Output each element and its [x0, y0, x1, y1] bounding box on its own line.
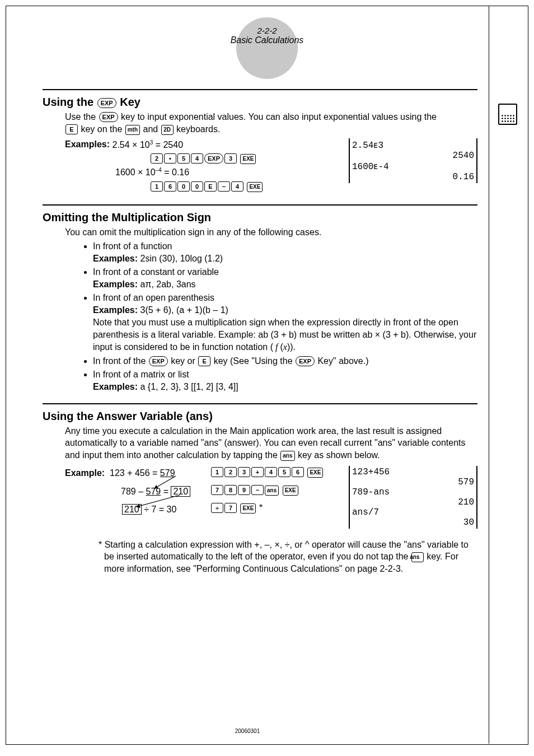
key-6: 6: [292, 467, 304, 477]
key-2: 2: [151, 153, 163, 164]
ex3-keys-3: ÷7 EXE *: [210, 503, 263, 514]
exe-key: EXE: [240, 154, 256, 164]
bullet-3: In front of an open parenthesis Examples…: [93, 292, 477, 353]
exp-key: EXP: [204, 153, 223, 164]
label: Examples:: [93, 254, 138, 263]
sec1-examples: Examples: 2.54 × 103 = 2540 2•54EXP3 EXE…: [43, 138, 477, 192]
scr-line: 1600ᴇ-4: [352, 161, 474, 172]
exp-key: EXP: [149, 356, 168, 366]
key-minus: −: [218, 181, 230, 192]
exe-key: EXE: [240, 503, 256, 514]
t: 789 –: [121, 487, 146, 496]
scr-line: 789-ans: [352, 487, 474, 497]
bullet-4: In front of the EXP key or E key (See "U…: [93, 355, 477, 367]
t: ÷ 7 = 30: [142, 505, 177, 514]
exp-key: EXP: [99, 112, 118, 122]
key-div: ÷: [211, 503, 223, 513]
t: =: [161, 487, 171, 496]
sec3-footnote: * Starting a calculation expression with…: [99, 539, 477, 575]
sec1-intro: Use the EXP key to input exponential val…: [65, 111, 477, 135]
t: and: [140, 124, 161, 134]
heading-suffix: Key: [120, 96, 140, 108]
e-key: E: [65, 124, 78, 134]
t: keyboards.: [174, 124, 221, 134]
t: 579: [146, 487, 161, 496]
ans-key: ans: [265, 486, 279, 496]
ex3-line2: 789 – 579 = 210: [121, 486, 190, 497]
t: key (See "Using the: [211, 356, 295, 366]
mth-key: mth: [125, 125, 140, 135]
key-3: 3: [224, 153, 237, 164]
key-4: 4: [191, 153, 203, 164]
calc-screen-1: 2.54ᴇ3 2540 1600ᴇ-4 0.16: [349, 138, 477, 183]
page-title: Basic Calculations: [211, 35, 323, 45]
calculator-icon: [498, 104, 517, 125]
example-label: Example:: [65, 468, 105, 478]
exe-key: EXE: [307, 468, 323, 478]
t: key as shown below.: [296, 450, 380, 460]
ex1-eq: 2.54 × 103 = 2540: [113, 140, 184, 150]
scr-line: 210: [352, 497, 474, 507]
ans-key: ans: [280, 451, 294, 461]
t: In front of a matrix or list: [93, 370, 189, 379]
scr-line: 123+456: [352, 467, 474, 477]
key-4: 4: [231, 181, 243, 192]
key-4: 4: [265, 467, 277, 477]
right-rail: [489, 6, 528, 744]
t: key on the: [78, 124, 125, 134]
t: 3(5 + 6), (a + 1)(b – 1): [138, 305, 228, 315]
boxed-210: 210: [171, 486, 190, 497]
key-plus: +: [251, 467, 264, 477]
t: key or: [168, 356, 198, 366]
page-number: 2-2-2: [211, 26, 323, 35]
t: In front of a constant or variable: [93, 267, 219, 277]
e-key: E: [204, 181, 217, 192]
label: Examples:: [93, 305, 138, 315]
key-5: 5: [278, 467, 291, 477]
t: Key" above.): [315, 356, 369, 366]
sec2-intro: You can omit the multiplication sign in …: [65, 226, 477, 239]
t: key to input exponential values. You can…: [119, 112, 437, 122]
key-9: 9: [238, 485, 250, 495]
heading-text: Using the: [43, 96, 93, 108]
ans-key: ans: [411, 552, 424, 562]
t: In front of an open parenthesis: [93, 293, 214, 302]
key-1: 1: [151, 181, 163, 192]
exp-key: EXP: [97, 98, 116, 108]
key-0: 0: [191, 181, 203, 192]
t: In front of the: [93, 356, 148, 366]
key-minus: −: [251, 485, 264, 495]
ex3-line3: 210 ÷ 7 = 30: [122, 504, 176, 515]
x-ital: x: [283, 342, 287, 352]
footer-date: 20060301: [6, 728, 489, 734]
content-area: Using the EXP Key Use the EXP key to inp…: [43, 85, 477, 576]
exp-key: EXP: [296, 356, 315, 366]
boxed-210: 210: [122, 504, 142, 515]
t: 2sin (30), 10log (1.2): [138, 254, 223, 263]
key-1: 1: [211, 467, 223, 477]
section-heading-omit: Omitting the Multiplication Sign: [43, 211, 477, 224]
scr-line: ans/7: [352, 507, 474, 517]
ex3-line1: 123 + 456 = 579: [110, 468, 175, 478]
key-7: 7: [211, 485, 223, 495]
bullet-2: In front of a constant or variable Examp…: [93, 266, 477, 291]
scr-line: 30: [352, 517, 474, 528]
divider: [43, 89, 477, 90]
page-frame: 2-2-2 Basic Calculations Using the EXP K…: [6, 6, 528, 745]
t: Use the: [65, 112, 99, 122]
examples-label: Examples:: [65, 140, 110, 150]
t: In front of a function: [93, 241, 172, 251]
scr-line: 579: [352, 477, 474, 487]
key-0: 0: [177, 181, 190, 192]
t: a {1, 2, 3}, 3 [[1, 2] [3, 4]]: [138, 382, 238, 391]
sec3-example-row: Example: 123 + 456 = 579 789 – 579 = 210…: [43, 466, 477, 516]
exe-key: EXE: [247, 182, 263, 192]
section-heading-exp: Using the EXP Key: [43, 96, 477, 109]
t: Any time you execute a calculation in th…: [65, 426, 466, 460]
bullet-5: In front of a matrix or list Examples: a…: [93, 368, 477, 393]
key-6: 6: [164, 181, 176, 192]
scr-line: 2.54ᴇ3: [352, 139, 474, 151]
fx-ital: f: [273, 342, 280, 352]
ex3-keys-2: 789−ans EXE: [210, 485, 299, 496]
divider: [43, 403, 477, 404]
